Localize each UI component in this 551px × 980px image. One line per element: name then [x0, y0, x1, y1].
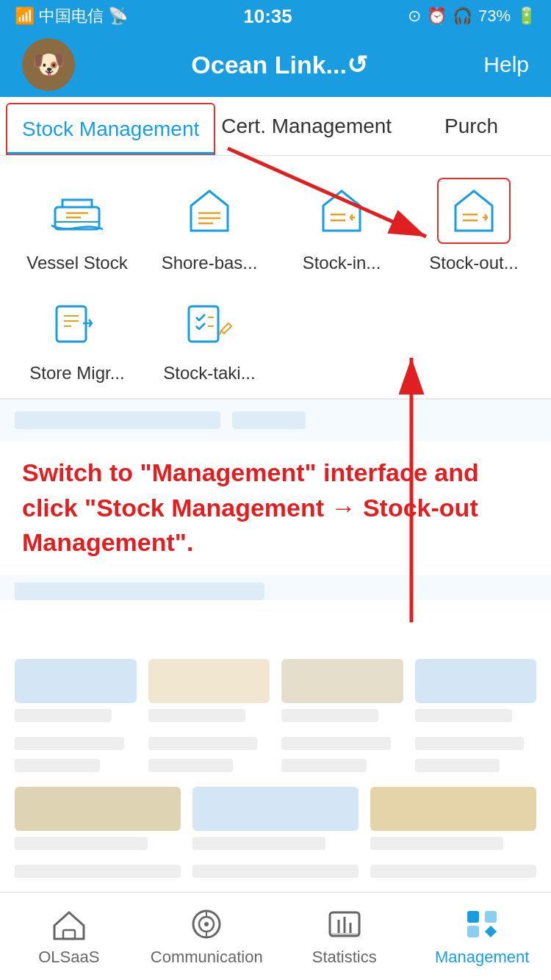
icon-store-migr[interactable]: Store Migr...: [15, 288, 140, 383]
nav-olsaas[interactable]: OLSaaS: [0, 907, 138, 967]
svg-rect-28: [330, 933, 359, 936]
icons-grid: Vessel Stock Shore-bas...: [15, 178, 536, 383]
icon-shore-bas[interactable]: Shore-bas...: [147, 178, 272, 273]
battery-icon: 🔋: [516, 7, 536, 26]
tab-stock-management[interactable]: Stock Management: [6, 103, 215, 155]
alarm-icon: ⏰: [427, 7, 447, 26]
stock-in-icon-box: [305, 178, 378, 244]
nav-management-label: Management: [435, 948, 529, 967]
card-11: [370, 787, 536, 850]
stock-taki-label: Stock-taki...: [163, 363, 255, 383]
card-2: [148, 659, 270, 722]
tab-cert-management[interactable]: Cert. Management: [221, 97, 392, 155]
instruction-text: Switch to "Management" interface and cli…: [22, 458, 479, 556]
card-6: [148, 737, 270, 772]
tab-bar: Stock Management Cert. Management Purch: [0, 97, 551, 156]
card-1: [15, 659, 137, 722]
tab-label-cert: Cert. Management: [221, 115, 392, 138]
stock-in-label: Stock-in...: [303, 253, 381, 273]
status-bar: 📶 中国电信 📡 10:35 ⊙ ⏰ 🎧 73% 🔋: [0, 0, 551, 32]
vessel-stock-label: Vessel Stock: [26, 253, 127, 273]
card-4: [415, 659, 537, 722]
svg-rect-33: [485, 911, 497, 923]
svg-line-18: [220, 331, 221, 335]
headphone-icon: 🎧: [453, 7, 472, 26]
card-7: [281, 737, 403, 772]
stock-out-label: Stock-out...: [429, 253, 518, 273]
tab-label-purch: Purch: [444, 115, 498, 138]
nav-communication-label: Communication: [151, 948, 263, 967]
battery-label: 73%: [478, 7, 511, 26]
icon-stock-out[interactable]: Stock-out...: [411, 178, 536, 273]
arrow-up-container: [0, 608, 551, 652]
store-migr-icon-box: [40, 288, 114, 354]
avatar[interactable]: 🐶: [22, 38, 75, 91]
nav-statistics[interactable]: Statistics: [276, 907, 414, 967]
svg-rect-34: [467, 926, 479, 937]
statistics-icon: [325, 907, 364, 942]
signal-icon: 📶: [15, 7, 35, 26]
blurred-row-2: [0, 575, 551, 600]
management-icon: [463, 907, 501, 942]
icon-stock-taki[interactable]: Stock-taki...: [147, 288, 272, 383]
svg-point-24: [204, 922, 209, 926]
shore-bas-label: Shore-bas...: [162, 253, 258, 273]
home-icon: [50, 907, 88, 942]
stock-taki-icon-box: [173, 288, 246, 354]
card-9: [15, 787, 181, 850]
cards-grid-section: [0, 652, 551, 900]
nav-management[interactable]: Management: [414, 907, 552, 967]
shore-bas-icon-box: [173, 178, 246, 244]
help-button[interactable]: Help: [483, 52, 529, 77]
nav-communication[interactable]: Communication: [138, 907, 276, 967]
card-8: [415, 737, 537, 772]
communication-icon: [187, 907, 226, 942]
svg-rect-21: [63, 930, 75, 939]
time-label: 10:35: [243, 5, 292, 28]
header-title: Ocean Link...↺: [191, 50, 367, 79]
bottom-navigation: OLSaaS Communication Statistics: [0, 892, 551, 980]
wifi-icon: 📡: [108, 7, 128, 26]
store-migr-label: Store Migr...: [29, 363, 124, 383]
card-3: [281, 659, 403, 722]
app-name: Ocean Link...↺: [191, 50, 367, 79]
card-10: [192, 787, 359, 850]
app-header: 🐶 Ocean Link...↺ Help: [0, 32, 551, 97]
nav-statistics-label: Statistics: [312, 948, 377, 967]
icons-section: Vessel Stock Shore-bas...: [0, 156, 551, 398]
svg-rect-11: [57, 306, 86, 342]
status-left: 📶 中国电信 📡: [15, 5, 128, 27]
nav-olsaas-label: OLSaaS: [38, 948, 99, 967]
card-5: [15, 737, 137, 772]
tab-purch[interactable]: Purch: [392, 97, 551, 155]
icon-stock-in[interactable]: Stock-in...: [279, 178, 404, 273]
icon-vessel-stock[interactable]: Vessel Stock: [15, 178, 140, 273]
blurred-row-1: [0, 400, 551, 441]
stock-out-icon-box: [437, 178, 511, 244]
target-icon: ⊙: [408, 7, 421, 26]
instruction-container: Switch to "Management" interface and cli…: [0, 441, 551, 575]
vessel-stock-icon-box: [40, 178, 114, 244]
carrier-label: 中国电信: [39, 5, 104, 27]
tab-label-stock: Stock Management: [22, 118, 199, 141]
svg-rect-32: [467, 911, 479, 923]
status-right: ⊙ ⏰ 🎧 73% 🔋: [408, 7, 536, 26]
